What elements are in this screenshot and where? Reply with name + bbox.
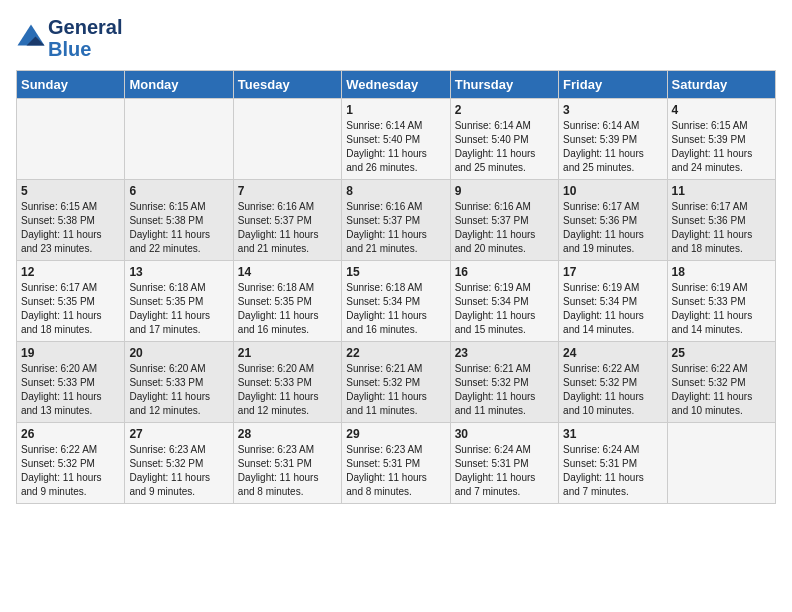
day-number: 29 [346,427,445,441]
day-info: Sunrise: 6:21 AM Sunset: 5:32 PM Dayligh… [455,362,554,418]
day-info: Sunrise: 6:20 AM Sunset: 5:33 PM Dayligh… [129,362,228,418]
day-number: 21 [238,346,337,360]
day-info: Sunrise: 6:16 AM Sunset: 5:37 PM Dayligh… [238,200,337,256]
day-header-friday: Friday [559,71,667,99]
day-number: 28 [238,427,337,441]
day-number: 20 [129,346,228,360]
calendar-cell: 15Sunrise: 6:18 AM Sunset: 5:34 PM Dayli… [342,261,450,342]
day-info: Sunrise: 6:23 AM Sunset: 5:31 PM Dayligh… [346,443,445,499]
header: General Blue [16,16,776,60]
day-info: Sunrise: 6:19 AM Sunset: 5:33 PM Dayligh… [672,281,771,337]
day-info: Sunrise: 6:23 AM Sunset: 5:31 PM Dayligh… [238,443,337,499]
day-number: 30 [455,427,554,441]
day-info: Sunrise: 6:21 AM Sunset: 5:32 PM Dayligh… [346,362,445,418]
calendar-cell: 30Sunrise: 6:24 AM Sunset: 5:31 PM Dayli… [450,423,558,504]
day-number: 19 [21,346,120,360]
calendar-cell: 24Sunrise: 6:22 AM Sunset: 5:32 PM Dayli… [559,342,667,423]
day-header-saturday: Saturday [667,71,775,99]
calendar-cell: 17Sunrise: 6:19 AM Sunset: 5:34 PM Dayli… [559,261,667,342]
day-info: Sunrise: 6:15 AM Sunset: 5:39 PM Dayligh… [672,119,771,175]
day-info: Sunrise: 6:23 AM Sunset: 5:32 PM Dayligh… [129,443,228,499]
calendar-cell: 8Sunrise: 6:16 AM Sunset: 5:37 PM Daylig… [342,180,450,261]
calendar-cell: 18Sunrise: 6:19 AM Sunset: 5:33 PM Dayli… [667,261,775,342]
day-info: Sunrise: 6:22 AM Sunset: 5:32 PM Dayligh… [672,362,771,418]
day-info: Sunrise: 6:14 AM Sunset: 5:40 PM Dayligh… [455,119,554,175]
calendar-week-4: 19Sunrise: 6:20 AM Sunset: 5:33 PM Dayli… [17,342,776,423]
day-number: 31 [563,427,662,441]
day-number: 5 [21,184,120,198]
day-number: 17 [563,265,662,279]
day-number: 14 [238,265,337,279]
calendar-cell: 10Sunrise: 6:17 AM Sunset: 5:36 PM Dayli… [559,180,667,261]
calendar-cell: 21Sunrise: 6:20 AM Sunset: 5:33 PM Dayli… [233,342,341,423]
calendar-week-2: 5Sunrise: 6:15 AM Sunset: 5:38 PM Daylig… [17,180,776,261]
day-number: 16 [455,265,554,279]
day-number: 1 [346,103,445,117]
calendar-cell: 20Sunrise: 6:20 AM Sunset: 5:33 PM Dayli… [125,342,233,423]
calendar-cell: 13Sunrise: 6:18 AM Sunset: 5:35 PM Dayli… [125,261,233,342]
day-header-sunday: Sunday [17,71,125,99]
calendar-cell: 6Sunrise: 6:15 AM Sunset: 5:38 PM Daylig… [125,180,233,261]
day-info: Sunrise: 6:15 AM Sunset: 5:38 PM Dayligh… [129,200,228,256]
day-number: 26 [21,427,120,441]
day-number: 10 [563,184,662,198]
page-container: General Blue SundayMondayTuesdayWednesda… [0,0,792,512]
calendar-cell: 4Sunrise: 6:15 AM Sunset: 5:39 PM Daylig… [667,99,775,180]
day-header-wednesday: Wednesday [342,71,450,99]
calendar-cell: 25Sunrise: 6:22 AM Sunset: 5:32 PM Dayli… [667,342,775,423]
day-info: Sunrise: 6:18 AM Sunset: 5:35 PM Dayligh… [129,281,228,337]
calendar-cell: 26Sunrise: 6:22 AM Sunset: 5:32 PM Dayli… [17,423,125,504]
day-info: Sunrise: 6:20 AM Sunset: 5:33 PM Dayligh… [238,362,337,418]
day-info: Sunrise: 6:20 AM Sunset: 5:33 PM Dayligh… [21,362,120,418]
day-header-thursday: Thursday [450,71,558,99]
calendar-table: SundayMondayTuesdayWednesdayThursdayFrid… [16,70,776,504]
day-number: 23 [455,346,554,360]
day-number: 18 [672,265,771,279]
calendar-cell: 1Sunrise: 6:14 AM Sunset: 5:40 PM Daylig… [342,99,450,180]
day-number: 12 [21,265,120,279]
day-header-tuesday: Tuesday [233,71,341,99]
calendar-cell: 3Sunrise: 6:14 AM Sunset: 5:39 PM Daylig… [559,99,667,180]
day-number: 15 [346,265,445,279]
day-info: Sunrise: 6:17 AM Sunset: 5:36 PM Dayligh… [672,200,771,256]
day-info: Sunrise: 6:19 AM Sunset: 5:34 PM Dayligh… [455,281,554,337]
calendar-cell: 12Sunrise: 6:17 AM Sunset: 5:35 PM Dayli… [17,261,125,342]
day-info: Sunrise: 6:15 AM Sunset: 5:38 PM Dayligh… [21,200,120,256]
day-number: 7 [238,184,337,198]
calendar-cell: 29Sunrise: 6:23 AM Sunset: 5:31 PM Dayli… [342,423,450,504]
calendar-cell: 22Sunrise: 6:21 AM Sunset: 5:32 PM Dayli… [342,342,450,423]
day-info: Sunrise: 6:17 AM Sunset: 5:35 PM Dayligh… [21,281,120,337]
calendar-cell: 14Sunrise: 6:18 AM Sunset: 5:35 PM Dayli… [233,261,341,342]
logo: General Blue [16,16,122,60]
day-info: Sunrise: 6:14 AM Sunset: 5:40 PM Dayligh… [346,119,445,175]
logo-icon [16,23,46,53]
day-info: Sunrise: 6:18 AM Sunset: 5:35 PM Dayligh… [238,281,337,337]
day-info: Sunrise: 6:17 AM Sunset: 5:36 PM Dayligh… [563,200,662,256]
day-number: 27 [129,427,228,441]
calendar-cell: 23Sunrise: 6:21 AM Sunset: 5:32 PM Dayli… [450,342,558,423]
day-info: Sunrise: 6:16 AM Sunset: 5:37 PM Dayligh… [346,200,445,256]
day-number: 11 [672,184,771,198]
calendar-header-row: SundayMondayTuesdayWednesdayThursdayFrid… [17,71,776,99]
day-info: Sunrise: 6:16 AM Sunset: 5:37 PM Dayligh… [455,200,554,256]
calendar-cell [17,99,125,180]
day-info: Sunrise: 6:22 AM Sunset: 5:32 PM Dayligh… [21,443,120,499]
day-number: 8 [346,184,445,198]
day-number: 6 [129,184,228,198]
calendar-week-3: 12Sunrise: 6:17 AM Sunset: 5:35 PM Dayli… [17,261,776,342]
day-info: Sunrise: 6:19 AM Sunset: 5:34 PM Dayligh… [563,281,662,337]
calendar-cell: 7Sunrise: 6:16 AM Sunset: 5:37 PM Daylig… [233,180,341,261]
day-number: 22 [346,346,445,360]
logo-text: General Blue [48,16,122,60]
day-number: 25 [672,346,771,360]
calendar-cell: 5Sunrise: 6:15 AM Sunset: 5:38 PM Daylig… [17,180,125,261]
day-number: 4 [672,103,771,117]
day-number: 9 [455,184,554,198]
day-info: Sunrise: 6:18 AM Sunset: 5:34 PM Dayligh… [346,281,445,337]
calendar-cell: 19Sunrise: 6:20 AM Sunset: 5:33 PM Dayli… [17,342,125,423]
day-info: Sunrise: 6:24 AM Sunset: 5:31 PM Dayligh… [455,443,554,499]
calendar-cell: 31Sunrise: 6:24 AM Sunset: 5:31 PM Dayli… [559,423,667,504]
calendar-week-1: 1Sunrise: 6:14 AM Sunset: 5:40 PM Daylig… [17,99,776,180]
calendar-cell [233,99,341,180]
calendar-cell: 11Sunrise: 6:17 AM Sunset: 5:36 PM Dayli… [667,180,775,261]
